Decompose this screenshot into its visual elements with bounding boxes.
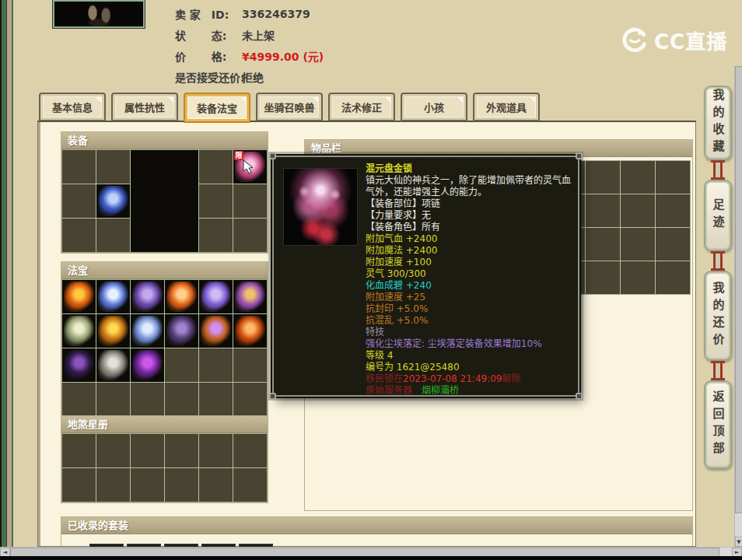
golden-script-icon bbox=[98, 316, 128, 346]
vertical-scrollbar[interactable]: ▼ bbox=[734, 66, 742, 547]
equipment-slot-empty[interactable] bbox=[62, 184, 96, 218]
frost-claw-icon bbox=[98, 282, 128, 312]
tooltip-attribute-line: 附加速度 +25 bbox=[366, 292, 576, 303]
equipment-slot-empty[interactable] bbox=[233, 219, 267, 252]
treasure-slot-ember-lute-icon[interactable] bbox=[199, 314, 233, 348]
tooltip-attribute-line: 附加气血 +2400 bbox=[366, 233, 576, 245]
tooltip-attribute-line: 特技 bbox=[366, 327, 576, 338]
tooltip-attribute-line: 附加速度 +100 bbox=[366, 257, 576, 268]
item-bar-slot-empty[interactable] bbox=[621, 194, 655, 227]
item-bar-slot-empty[interactable] bbox=[621, 161, 655, 194]
treasure-slot-frost-claw-icon[interactable] bbox=[96, 280, 130, 313]
treasure-slot-empty[interactable] bbox=[199, 383, 233, 416]
item-bar-slot-empty[interactable] bbox=[656, 261, 690, 294]
treasure-slot-frost-arm-icon[interactable] bbox=[131, 314, 164, 348]
treasure-slot-fire-mane-icon[interactable] bbox=[62, 280, 96, 313]
equipment-slot-empty[interactable] bbox=[62, 150, 96, 184]
equipment-slot-empty[interactable] bbox=[96, 219, 130, 252]
tab-装备法宝[interactable]: 装备法宝 bbox=[184, 93, 250, 123]
treasure-slot-pale-glove-icon[interactable] bbox=[96, 348, 130, 382]
item-bar-slot-empty[interactable] bbox=[586, 228, 620, 261]
void-ring-icon bbox=[64, 350, 94, 380]
equipment-slot-empty[interactable] bbox=[199, 150, 233, 184]
star-book-slot-empty[interactable] bbox=[96, 468, 130, 502]
star-book-slot-empty[interactable] bbox=[131, 468, 164, 502]
item-bar-slot-empty[interactable] bbox=[656, 194, 690, 227]
star-book-slot-empty[interactable] bbox=[165, 434, 198, 467]
tab-坐骑召唤兽[interactable]: 坐骑召唤兽 bbox=[256, 93, 323, 121]
side-button-我的收藏[interactable]: 我的收藏 bbox=[704, 86, 732, 160]
treasure-section: 法宝 bbox=[61, 261, 268, 418]
mystic-book-icon bbox=[132, 282, 163, 312]
star-book-slot-empty[interactable] bbox=[62, 434, 96, 467]
treasure-slot-violet-whip-icon[interactable] bbox=[131, 348, 164, 382]
tab-corner-fold-icon bbox=[385, 97, 390, 103]
gilded-charm-icon bbox=[235, 282, 265, 312]
item-bar-slot-empty[interactable] bbox=[656, 161, 690, 194]
tooltip-attribute-line: 强化尘埃落定: 尘埃落定装备效果增加10% bbox=[366, 338, 576, 350]
treasure-slot-empty[interactable] bbox=[233, 383, 267, 416]
vertical-scrollbar-thumb[interactable] bbox=[735, 66, 742, 513]
item-bar-slot-empty[interactable] bbox=[586, 261, 620, 294]
jade-scroll-icon bbox=[64, 316, 94, 346]
star-book-slot-empty[interactable] bbox=[233, 468, 267, 502]
treasure-slot-empty[interactable] bbox=[62, 383, 96, 416]
treasure-slot-empty[interactable] bbox=[131, 383, 164, 416]
equipment-slot-blue-armor-icon[interactable] bbox=[96, 184, 130, 218]
treasure-slot-mystic-book-icon[interactable] bbox=[131, 280, 164, 313]
equipment-grid: 限 bbox=[61, 149, 268, 253]
star-book-slot-empty[interactable] bbox=[131, 434, 164, 467]
star-book-slot-empty[interactable] bbox=[199, 434, 233, 467]
side-button-我的还价[interactable]: 我的还价 bbox=[704, 271, 732, 361]
star-book-slot-empty[interactable] bbox=[199, 468, 233, 502]
equipment-slot-empty[interactable] bbox=[233, 184, 267, 218]
side-button-label: 返回顶部 bbox=[710, 390, 726, 459]
treasure-slot-empty[interactable] bbox=[165, 348, 198, 382]
item-bar-slot-empty[interactable] bbox=[621, 228, 655, 261]
treasure-slot-empty[interactable] bbox=[96, 383, 130, 416]
side-button-足迹[interactable]: 足迹 bbox=[704, 180, 732, 251]
tab-属性抗性[interactable]: 属性抗性 bbox=[111, 93, 178, 121]
treasure-slot-violet-pendant-icon[interactable] bbox=[199, 280, 233, 313]
item-tooltip: 混元盘金锁 镇元大仙的神兵之一，除了能增加佩带者的灵气血气外，还能增强主人的能力… bbox=[272, 156, 579, 397]
tooltip-text-segment: 抗封印 +5.0% bbox=[366, 303, 428, 314]
star-book-slot-empty[interactable] bbox=[62, 468, 96, 502]
tooltip-attribute-line: 附加魔法 +2400 bbox=[366, 245, 576, 257]
star-book-slot-empty[interactable] bbox=[96, 434, 130, 467]
treasure-slot-golden-script-icon[interactable] bbox=[96, 314, 130, 348]
item-bar-slot-empty[interactable] bbox=[621, 261, 655, 294]
treasure-slot-jade-scroll-icon[interactable] bbox=[62, 314, 96, 348]
scroll-down-arrow-icon[interactable]: ▼ bbox=[735, 537, 742, 547]
star-book-slot-empty[interactable] bbox=[165, 468, 198, 502]
equipment-slot-empty[interactable] bbox=[62, 219, 96, 252]
character-preview bbox=[131, 150, 198, 252]
tooltip-text-segment: 化血成碧 +240 bbox=[366, 280, 432, 291]
star-book-slot-empty[interactable] bbox=[233, 434, 267, 467]
treasure-slot-void-ring-icon[interactable] bbox=[62, 348, 96, 382]
tooltip-text-segment: 【力量要求】无 bbox=[366, 210, 431, 221]
equipment-slot-empty[interactable] bbox=[199, 184, 233, 218]
item-bar-slot-empty[interactable] bbox=[656, 228, 690, 261]
treasure-slot-shadow-tablet-icon[interactable] bbox=[165, 314, 198, 348]
tab-法术修正[interactable]: 法术修正 bbox=[328, 93, 395, 121]
tooltip-attribute-line: 【装备角色】所有 bbox=[366, 222, 576, 233]
treasure-slot-gilded-charm-icon[interactable] bbox=[233, 280, 267, 313]
tab-小孩[interactable]: 小孩 bbox=[401, 93, 467, 121]
seller-info-row: 价 格:¥4999.00 (元) bbox=[175, 45, 502, 66]
treasure-slot-empty[interactable] bbox=[233, 348, 267, 382]
treasure-slot-empty[interactable] bbox=[199, 348, 233, 382]
seller-info-value: 拒绝 bbox=[242, 69, 264, 85]
treasure-slot-flame-horn-icon[interactable] bbox=[233, 314, 267, 348]
equipment-slot-empty[interactable] bbox=[96, 150, 130, 184]
tab-基本信息[interactable]: 基本信息 bbox=[39, 93, 106, 121]
tab-外观道具[interactable]: 外观道具 bbox=[473, 93, 540, 121]
tooltip-text-segment: 解除 bbox=[502, 373, 520, 384]
cc-live-logo-icon bbox=[620, 25, 649, 54]
side-button-返回顶部[interactable]: 返回顶部 bbox=[704, 380, 732, 469]
tooltip-attributes: 【装备部位】项链【力量要求】无【装备角色】所有附加气血 +2400附加魔法 +2… bbox=[366, 198, 576, 397]
item-bar-slot-empty[interactable] bbox=[586, 194, 620, 227]
treasure-slot-flame-lantern-icon[interactable] bbox=[165, 280, 198, 313]
equipment-slot-empty[interactable] bbox=[199, 219, 233, 252]
treasure-slot-empty[interactable] bbox=[165, 383, 198, 416]
item-bar-slot-empty[interactable] bbox=[586, 161, 620, 194]
